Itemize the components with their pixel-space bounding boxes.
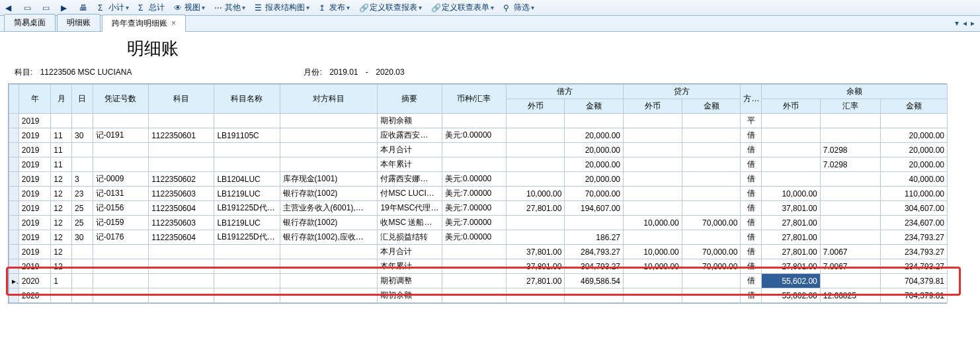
th-day[interactable]: 日 — [72, 85, 93, 114]
cell-debit-amt[interactable] — [565, 288, 624, 303]
cell-credit-fc[interactable] — [624, 187, 682, 201]
cell-direction[interactable]: 借 — [741, 187, 762, 201]
th-year[interactable]: 年 — [19, 85, 51, 114]
cell-summary[interactable]: 本月合计 — [378, 143, 442, 157]
cell-balance-amt[interactable]: 704,379.81 — [880, 288, 947, 303]
cell-debit-fc[interactable]: 37,801.00 — [506, 245, 565, 259]
cell-month[interactable]: 11 — [51, 128, 72, 143]
cell-day[interactable]: 23 — [72, 187, 93, 201]
cell-day[interactable]: 25 — [72, 201, 93, 216]
cell-opposite[interactable] — [280, 157, 378, 172]
cell-debit-fc[interactable] — [506, 172, 565, 187]
cell-voucher[interactable]: 记-0191 — [93, 128, 148, 143]
cell-currency[interactable]: 美元:0.00000 — [442, 128, 506, 143]
toolbar-subtotal-button[interactable]: Σ小计▾ — [95, 1, 132, 14]
cell-voucher[interactable]: 记-0159 — [93, 216, 148, 230]
cell-summary[interactable]: 本月合计 — [378, 245, 442, 259]
cell-summary[interactable]: 期初余额 — [378, 114, 442, 128]
cell-year[interactable]: 2019 — [19, 230, 51, 245]
close-icon[interactable]: × — [171, 19, 176, 28]
cell-credit-fc[interactable] — [624, 230, 682, 245]
cell-opposite[interactable]: 主营业务收入(6001),… — [280, 201, 378, 216]
row-selector[interactable] — [9, 259, 19, 274]
cell-currency[interactable]: 美元:7.00000 — [442, 187, 506, 201]
cell-month[interactable] — [51, 288, 72, 303]
cell-balance-rate[interactable] — [820, 128, 880, 143]
cell-debit-fc[interactable] — [506, 216, 565, 230]
th-opposite[interactable]: 对方科目 — [280, 85, 378, 114]
cell-month[interactable]: 12 — [51, 187, 72, 201]
th-debit-fc[interactable]: 外币 — [506, 99, 565, 114]
cell-year[interactable]: 2019 — [19, 201, 51, 216]
cell-credit-fc[interactable] — [624, 288, 682, 303]
cell-debit-fc[interactable] — [506, 114, 565, 128]
cell-balance-amt[interactable]: 234,793.27 — [880, 230, 947, 245]
th-credit-amt[interactable]: 金额 — [682, 99, 741, 114]
cell-account-name[interactable] — [214, 245, 280, 259]
cell-debit-fc[interactable] — [506, 157, 565, 172]
cell-summary[interactable]: 期初余额 — [378, 288, 442, 303]
cell-debit-fc[interactable]: 27,801.00 — [506, 201, 565, 216]
row-selector[interactable] — [9, 157, 19, 172]
cell-debit-amt[interactable]: 70,000.00 — [565, 187, 624, 201]
th-selector[interactable] — [9, 85, 19, 114]
cell-debit-amt[interactable]: 304,793.27 — [565, 259, 624, 274]
cell-account[interactable]: 1122350604 — [149, 201, 214, 216]
cell-voucher[interactable] — [93, 143, 148, 157]
tab-next-icon[interactable]: ▸ — [971, 19, 975, 28]
row-selector[interactable] — [9, 230, 19, 245]
cell-debit-amt[interactable] — [565, 216, 624, 230]
cell-balance-amt[interactable]: 704,379.81 — [880, 274, 947, 288]
cell-debit-fc[interactable]: 10,000.00 — [506, 187, 565, 201]
cell-balance-rate[interactable] — [820, 216, 880, 230]
th-summary[interactable]: 摘要 — [378, 85, 442, 114]
cell-account-name[interactable]: LB1219LUC — [214, 216, 280, 230]
tab-menu-icon[interactable]: ▾ — [955, 19, 959, 28]
cell-account[interactable]: 1122350601 — [149, 128, 214, 143]
table-row[interactable]: 20191230记-01761122350604LB191225D代…银行存款(… — [9, 230, 948, 245]
th-balance[interactable]: 余额 — [762, 85, 948, 99]
cell-day[interactable]: 25 — [72, 216, 93, 230]
cell-balance-fc[interactable]: 27,801.00 — [762, 216, 821, 230]
table-row[interactable]: ▸20201期初调整27,801.00469,586.54借55,602.007… — [9, 274, 948, 288]
cell-credit-amt[interactable] — [682, 274, 741, 288]
cell-day[interactable] — [72, 259, 93, 274]
cell-opposite[interactable] — [280, 259, 378, 274]
cell-account-name[interactable] — [214, 114, 280, 128]
cell-direction[interactable]: 借 — [741, 201, 762, 216]
cell-credit-fc[interactable] — [624, 114, 682, 128]
cell-day[interactable] — [72, 274, 93, 288]
row-selector[interactable] — [9, 172, 19, 187]
cell-account[interactable] — [149, 274, 214, 288]
cell-debit-fc[interactable] — [506, 230, 565, 245]
row-selector[interactable] — [9, 128, 19, 143]
cell-debit-amt[interactable]: 194,607.00 — [565, 201, 624, 216]
th-credit[interactable]: 贷方 — [624, 85, 741, 99]
cell-balance-fc[interactable]: 27,801.00 — [762, 245, 821, 259]
cell-credit-amt[interactable]: 70,000.00 — [682, 259, 741, 274]
cell-account[interactable] — [149, 157, 214, 172]
cell-debit-amt[interactable]: 20,000.00 — [565, 157, 624, 172]
cell-day[interactable] — [72, 245, 93, 259]
cell-balance-amt[interactable]: 40,000.00 — [880, 172, 947, 187]
table-row[interactable]: 201911本月合计20,000.00借7.029820,000.00 — [9, 143, 948, 157]
row-selector[interactable] — [9, 216, 19, 230]
toolbar-structure-button[interactable]: ☰报表结构图▾ — [252, 1, 312, 14]
cell-account-name[interactable]: LB1204LUC — [214, 172, 280, 187]
cell-currency[interactable]: 美元:0.00000 — [442, 172, 506, 187]
row-selector[interactable] — [9, 114, 19, 128]
cell-balance-fc[interactable] — [762, 143, 821, 157]
cell-balance-fc[interactable] — [762, 157, 821, 172]
th-bal-fc[interactable]: 外币 — [762, 99, 821, 114]
cell-month[interactable]: 12 — [51, 172, 72, 187]
cell-account-name[interactable] — [214, 143, 280, 157]
toolbar-total-button[interactable]: Σ总计 — [136, 1, 167, 14]
cell-direction[interactable]: 借 — [741, 143, 762, 157]
cell-currency[interactable] — [442, 143, 506, 157]
cell-voucher[interactable]: 记-0156 — [93, 201, 148, 216]
cell-balance-fc[interactable]: 27,801.00 — [762, 259, 821, 274]
cell-day[interactable]: 30 — [72, 230, 93, 245]
cell-currency[interactable] — [442, 157, 506, 172]
cell-credit-amt[interactable] — [682, 201, 741, 216]
cell-day[interactable]: 30 — [72, 128, 93, 143]
